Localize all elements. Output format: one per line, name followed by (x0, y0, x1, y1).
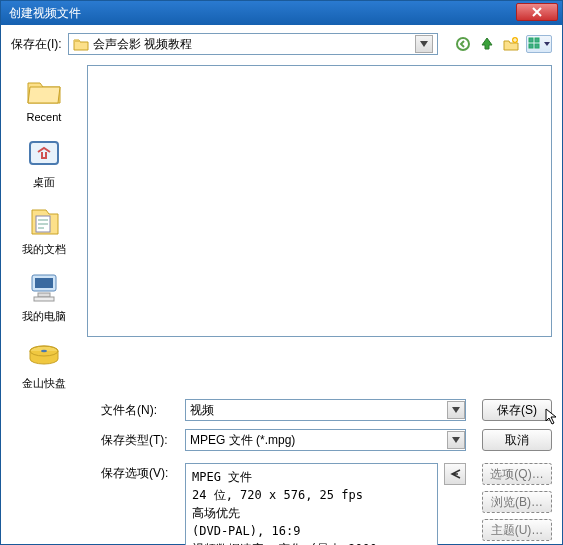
location-toolbar: 保存在(I): 会声会影 视频教程 (1, 25, 562, 61)
place-recent[interactable]: Recent (25, 71, 63, 123)
cancel-button[interactable]: 取消 (482, 429, 552, 451)
toolbar-icons (454, 35, 552, 53)
titlebar: 创建视频文件 (1, 1, 562, 25)
svg-rect-9 (35, 278, 53, 288)
svg-rect-3 (535, 38, 539, 42)
window-title: 创建视频文件 (5, 5, 81, 22)
collapse-toggle-icon[interactable] (444, 463, 466, 485)
place-label: 我的电脑 (22, 309, 66, 324)
chevron-down-icon[interactable] (447, 431, 465, 449)
options-row: 保存选项(V): MPEG 文件 24 位, 720 x 576, 25 fps… (101, 463, 552, 545)
svg-point-14 (41, 350, 47, 352)
kingsoft-disk-icon (25, 336, 63, 374)
place-my-documents[interactable]: 我的文档 (22, 202, 66, 257)
my-documents-icon (25, 202, 63, 240)
svg-rect-11 (34, 297, 54, 301)
file-list-area[interactable] (87, 65, 552, 337)
place-label: Recent (27, 111, 62, 123)
cursor-icon (545, 408, 559, 426)
format-info-box: MPEG 文件 24 位, 720 x 576, 25 fps 高场优先 (DV… (185, 463, 438, 545)
svg-rect-4 (529, 44, 533, 48)
filename-row: 文件名(N): 视频 保存(S) (101, 399, 552, 421)
place-kingsoft-disk[interactable]: 金山快盘 (22, 336, 66, 391)
place-desktop[interactable]: 桌面 (25, 135, 63, 190)
close-button[interactable] (516, 3, 558, 21)
subject-button-label: 主题(U)… (491, 522, 544, 539)
directory-combo[interactable]: 会声会影 视频教程 (68, 33, 438, 55)
info-line: 24 位, 720 x 576, 25 fps (192, 486, 431, 504)
body-area: Recent 桌面 我的文档 我的电脑 (1, 61, 562, 391)
save-options-label: 保存选项(V): (101, 463, 179, 482)
filetype-label: 保存类型(T): (101, 432, 179, 449)
chevron-down-icon[interactable] (447, 401, 465, 419)
svg-rect-5 (535, 44, 539, 48)
filetype-row: 保存类型(T): MPEG 文件 (*.mpg) 取消 (101, 429, 552, 451)
filename-label: 文件名(N): (101, 402, 179, 419)
svg-point-0 (457, 38, 469, 50)
right-button-column: 选项(Q)… 浏览(B)… 主题(U)… 选取(C)… (482, 463, 552, 545)
up-one-level-icon[interactable] (478, 35, 496, 53)
chevron-down-icon[interactable] (415, 35, 433, 53)
filetype-combo[interactable]: MPEG 文件 (*.mpg) (185, 429, 466, 451)
place-my-computer[interactable]: 我的电脑 (22, 269, 66, 324)
place-label: 桌面 (33, 175, 55, 190)
svg-rect-6 (30, 142, 58, 164)
place-label: 我的文档 (22, 242, 66, 257)
filename-input[interactable]: 视频 (185, 399, 466, 421)
place-label: 金山快盘 (22, 376, 66, 391)
form-area: 文件名(N): 视频 保存(S) 保存类型(T): MPEG 文件 (*.mpg… (1, 399, 562, 545)
subject-button[interactable]: 主题(U)… (482, 519, 552, 541)
filename-value: 视频 (186, 402, 447, 419)
directory-text: 会声会影 视频教程 (93, 36, 415, 53)
folder-open-icon (73, 37, 89, 51)
cancel-button-label: 取消 (505, 432, 529, 449)
save-button-label: 保存(S) (497, 402, 537, 419)
info-line: 视频数据速率: 变化 (最大 8000 (192, 540, 431, 545)
filetype-value: MPEG 文件 (*.mpg) (186, 432, 447, 449)
my-computer-icon (25, 269, 63, 307)
options-button-label: 选项(Q)… (490, 466, 543, 483)
recent-folder-icon (25, 71, 63, 109)
save-in-label: 保存在(I): (11, 36, 62, 53)
save-button[interactable]: 保存(S) (482, 399, 552, 421)
dialog-window: 创建视频文件 保存在(I): 会声会影 视频教程 (0, 0, 563, 545)
info-line: 高场优先 (192, 504, 431, 522)
svg-rect-10 (38, 293, 50, 297)
info-line: MPEG 文件 (192, 468, 431, 486)
browse-button[interactable]: 浏览(B)… (482, 491, 552, 513)
svg-rect-2 (529, 38, 533, 42)
back-icon[interactable] (454, 35, 472, 53)
options-button[interactable]: 选项(Q)… (482, 463, 552, 485)
desktop-icon (25, 135, 63, 173)
new-folder-icon[interactable] (502, 35, 520, 53)
info-line: (DVD-PAL), 16:9 (192, 522, 431, 540)
places-bar: Recent 桌面 我的文档 我的电脑 (1, 61, 87, 391)
view-menu-icon[interactable] (526, 35, 552, 53)
browse-button-label: 浏览(B)… (491, 494, 543, 511)
